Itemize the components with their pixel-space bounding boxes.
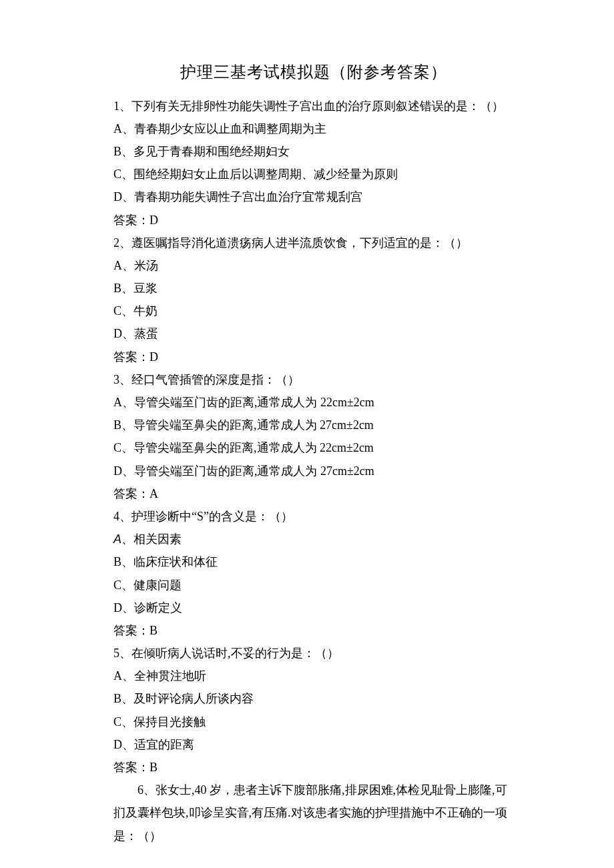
q6-stem-line3: 是：（） <box>113 825 514 847</box>
q1-option-c: C、围绝经期妇女止血后以调整周期、减少经量为原则 <box>113 163 514 185</box>
question-3: 3、经口气管插管的深度是指：（） A、导管尖端至门齿的距离,通常成人为 22cm… <box>113 368 514 505</box>
q3-option-d: D、导管尖端至门齿的距离,通常成人为 27cm±2cm <box>113 460 514 482</box>
q6-stem-line2: 扪及囊样包块,叩诊呈实音,有压痛.对该患者实施的护理措施中不正确的一项 <box>113 801 514 824</box>
q1-option-a: A、青春期少女应以止血和调整周期为主 <box>113 117 514 140</box>
q2-answer: 答案：D <box>113 346 514 368</box>
q4-stem: 4、护理诊断中“S”的含义是：（） <box>113 505 514 528</box>
q5-stem: 5、在倾听病人说话时,不妥的行为是：（） <box>113 642 514 665</box>
q3-option-c: C、导管尖端至鼻尖的距离,通常成人为 22cm±2cm <box>113 436 514 459</box>
q2-stem: 2、遵医嘱指导消化道溃疡病人进半流质饮食，下列适宜的是：（） <box>113 232 514 254</box>
q3-option-a: A、导管尖端至门齿的距离,通常成人为 22cm±2cm <box>113 391 514 414</box>
document-page: 护理三基考试模拟题（附参考答案） 1、下列有关无排卵性功能失调性子宫出血的治疗原… <box>0 0 614 868</box>
q5-option-d: D、适宜的距离 <box>113 733 514 756</box>
q2-option-d: D、蒸蛋 <box>113 322 514 345</box>
q4-answer: 答案：B <box>113 619 514 642</box>
q2-option-b: B、豆浆 <box>113 277 514 300</box>
q5-option-a: A、全神贯注地听 <box>113 665 514 687</box>
q4-option-b: B、临床症状和体征 <box>113 550 514 573</box>
question-2: 2、遵医嘱指导消化道溃疡病人进半流质饮食，下列适宜的是：（） A、米汤 B、豆浆… <box>113 232 514 368</box>
q1-stem: 1、下列有关无排卵性功能失调性子宫出血的治疗原则叙述错误的是：（） <box>113 95 514 117</box>
document-title: 护理三基考试模拟题（附参考答案） <box>113 57 514 88</box>
q4-option-d: D、诊断定义 <box>113 596 514 619</box>
q4-option-c: C、健康问题 <box>113 574 514 596</box>
q4-option-a-letter: A <box>113 532 121 546</box>
q5-option-b: B、及时评论病人所谈内容 <box>113 687 514 710</box>
q5-answer: 答案：B <box>113 756 514 779</box>
q3-stem: 3、经口气管插管的深度是指：（） <box>113 368 514 391</box>
q1-answer: 答案：D <box>113 209 514 232</box>
q2-option-a: A、米汤 <box>113 254 514 277</box>
q3-answer: 答案：A <box>113 482 514 505</box>
question-4: 4、护理诊断中“S”的含义是：（） A、相关因素 B、临床症状和体征 C、健康问… <box>113 505 514 642</box>
q4-option-a: A、相关因素 <box>113 528 514 550</box>
question-1: 1、下列有关无排卵性功能失调性子宫出血的治疗原则叙述错误的是：（） A、青春期少… <box>113 95 514 232</box>
q1-option-d: D、青春期功能失调性子宫出血治疗宜常规刮宫 <box>113 185 514 208</box>
q2-option-c: C、牛奶 <box>113 300 514 322</box>
q6-stem-line1: 6、张女士,40 岁，患者主诉下腹部胀痛,排尿困难,体检见耻骨上膨隆,可 <box>113 779 514 801</box>
question-6: 6、张女士,40 岁，患者主诉下腹部胀痛,排尿困难,体检见耻骨上膨隆,可 扪及囊… <box>113 779 514 847</box>
q1-option-b: B、多见于青春期和围绝经期妇女 <box>113 140 514 163</box>
question-5: 5、在倾听病人说话时,不妥的行为是：（） A、全神贯注地听 B、及时评论病人所谈… <box>113 642 514 779</box>
q5-option-c: C、保持目光接触 <box>113 711 514 733</box>
q4-option-a-text: 、相关因素 <box>121 532 182 546</box>
q3-option-b: B、导管尖端至鼻尖的距离,通常成人为 27cm±2cm <box>113 414 514 436</box>
